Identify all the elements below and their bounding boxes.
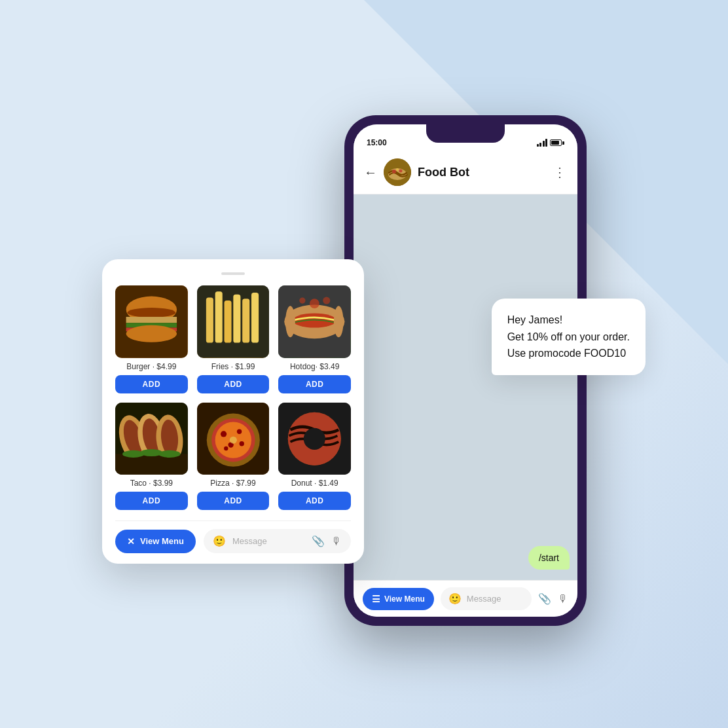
mic-icon-popup[interactable]: 🎙 bbox=[331, 536, 342, 547]
fries-label: Fries · $1.99 bbox=[211, 362, 255, 371]
phone-input-bar: ☰ View Menu 🙂 Message 📎 🎙 bbox=[354, 580, 577, 617]
scene-container: 15:00 ← bbox=[102, 76, 626, 652]
pizza-label: Pizza · $7.99 bbox=[210, 479, 255, 488]
hotdog-label: Hotdog· $3.49 bbox=[290, 362, 339, 371]
svg-point-23 bbox=[334, 306, 344, 337]
popup-bottom-bar: ✕ View Menu 🙂 Message 📎 🎙 bbox=[115, 520, 351, 564]
menu-popup: Burger · $4.99 ADD Fries · $1.9 bbox=[102, 259, 364, 564]
svg-point-3 bbox=[399, 170, 403, 173]
food-item-hotdog: Hotdog· $3.49 ADD bbox=[278, 285, 351, 393]
svg-rect-16 bbox=[233, 295, 240, 343]
svg-point-7 bbox=[127, 308, 175, 318]
x-close-icon: ✕ bbox=[127, 536, 135, 547]
food-image-pizza bbox=[197, 403, 270, 475]
bot-message-text: Hey James! Get 10% off on your order. Us… bbox=[507, 314, 630, 359]
svg-point-51 bbox=[304, 428, 325, 449]
food-image-hotdog bbox=[278, 285, 351, 358]
food-item-burger: Burger · $4.99 ADD bbox=[115, 285, 188, 393]
svg-point-35 bbox=[122, 450, 144, 458]
svg-rect-13 bbox=[206, 297, 213, 342]
header-left: ← Food Bot bbox=[364, 158, 469, 186]
chat-header: ← Food Bot bbox=[354, 153, 577, 194]
svg-point-25 bbox=[300, 297, 306, 303]
svg-point-36 bbox=[141, 449, 162, 456]
back-button[interactable]: ← bbox=[364, 165, 377, 180]
message-placeholder-phone: Message bbox=[467, 594, 524, 604]
svg-point-26 bbox=[323, 297, 331, 304]
add-fries-button[interactable]: ADD bbox=[197, 375, 270, 393]
battery-icon bbox=[550, 139, 564, 146]
signal-icon bbox=[537, 139, 548, 147]
chat-body: /start bbox=[354, 194, 577, 580]
svg-point-42 bbox=[221, 431, 227, 437]
svg-rect-8 bbox=[126, 317, 177, 323]
mic-icon-phone[interactable]: 🎙 bbox=[558, 593, 568, 605]
attach-icon-phone[interactable]: 📎 bbox=[538, 592, 551, 605]
svg-point-46 bbox=[224, 446, 228, 450]
view-menu-button-phone[interactable]: ☰ View Menu bbox=[363, 588, 434, 610]
emoji-icon-phone: 🙂 bbox=[448, 592, 462, 605]
svg-point-2 bbox=[392, 170, 396, 173]
status-time: 15:00 bbox=[367, 138, 387, 147]
attach-icon-popup[interactable]: 📎 bbox=[312, 535, 325, 547]
svg-rect-17 bbox=[242, 299, 249, 342]
popup-message-placeholder: Message bbox=[232, 536, 305, 546]
food-image-fries bbox=[197, 285, 270, 358]
view-menu-button-popup[interactable]: ✕ View Menu bbox=[115, 530, 196, 553]
phone-notch bbox=[426, 124, 505, 143]
food-item-pizza: Pizza · $7.99 ADD bbox=[197, 403, 270, 511]
add-burger-button[interactable]: ADD bbox=[115, 375, 188, 393]
food-image-donut bbox=[278, 403, 351, 475]
message-input-phone[interactable]: 🙂 Message bbox=[441, 587, 532, 610]
svg-point-4 bbox=[396, 168, 399, 171]
food-item-donut: Donut · $1.49 ADD bbox=[278, 403, 351, 511]
svg-point-43 bbox=[237, 429, 242, 433]
add-hotdog-button[interactable]: ADD bbox=[278, 375, 351, 393]
taco-label: Taco · $3.99 bbox=[130, 479, 173, 488]
svg-rect-15 bbox=[224, 300, 231, 343]
svg-rect-34 bbox=[115, 454, 188, 475]
svg-rect-18 bbox=[251, 293, 259, 343]
food-image-taco bbox=[115, 403, 188, 475]
svg-point-24 bbox=[310, 299, 319, 308]
svg-point-47 bbox=[229, 436, 236, 443]
view-menu-label-phone: View Menu bbox=[384, 594, 425, 604]
view-menu-label-popup: View Menu bbox=[140, 536, 184, 546]
popup-message-input[interactable]: 🙂 Message 📎 🎙 bbox=[204, 529, 351, 553]
svg-rect-14 bbox=[215, 291, 222, 342]
burger-label: Burger · $4.99 bbox=[126, 362, 176, 371]
more-menu-button[interactable]: ⋮ bbox=[553, 164, 567, 180]
menu-lines-icon: ☰ bbox=[372, 594, 380, 604]
bot-avatar bbox=[384, 158, 411, 186]
status-icons bbox=[537, 139, 565, 147]
svg-point-45 bbox=[239, 441, 244, 446]
donut-label: Donut · $1.49 bbox=[291, 479, 338, 488]
emoji-icon-popup: 🙂 bbox=[213, 535, 226, 547]
add-pizza-button[interactable]: ADD bbox=[197, 492, 270, 510]
food-item-taco: Taco · $3.99 ADD bbox=[115, 403, 188, 511]
bot-message-bubble: Hey James! Get 10% off on your order. Us… bbox=[492, 299, 646, 375]
svg-point-37 bbox=[158, 450, 180, 458]
add-taco-button[interactable]: ADD bbox=[115, 492, 188, 510]
svg-point-22 bbox=[285, 306, 295, 337]
food-image-burger bbox=[115, 285, 188, 358]
add-donut-button[interactable]: ADD bbox=[278, 492, 351, 510]
food-grid: Burger · $4.99 ADD Fries · $1.9 bbox=[115, 285, 351, 510]
bot-name: Food Bot bbox=[418, 166, 469, 179]
user-message-bubble: /start bbox=[528, 546, 570, 570]
popup-handle bbox=[221, 272, 245, 275]
svg-point-11 bbox=[126, 325, 177, 342]
food-item-fries: Fries · $1.99 ADD bbox=[197, 285, 270, 393]
